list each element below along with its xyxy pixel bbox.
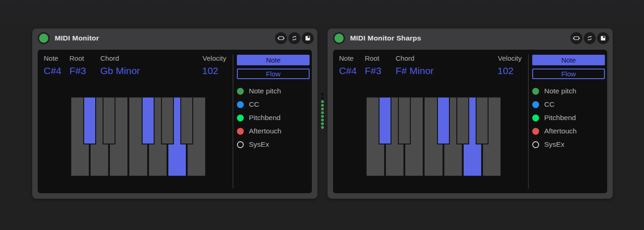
root-label: Root — [69, 54, 86, 63]
titlebar-icon-group — [570, 32, 609, 44]
legend-label: SysEx — [544, 140, 564, 149]
chord-label: Chord — [100, 54, 140, 63]
save-icon[interactable] — [597, 32, 609, 44]
velocity-field: Velocity 102 — [489, 54, 522, 76]
titlebar-icon-group — [275, 32, 314, 44]
legend-item-cc: CC — [532, 101, 577, 108]
note-label: Note — [339, 54, 357, 63]
note-pitch-dot — [237, 88, 244, 95]
device-activate-led[interactable] — [39, 34, 48, 43]
device-panel: Note C#4 Root F#3 Chord Gb Minor Velocit… — [38, 50, 312, 193]
sysex-dot — [532, 141, 539, 148]
tab-note[interactable]: Note — [532, 55, 605, 65]
message-type-legend: Note pitch CC Pitchbend Aftertouch SysEx — [532, 87, 577, 148]
meter-dot — [321, 93, 324, 96]
chord-keyboard — [70, 97, 206, 177]
tab-note[interactable]: Note — [237, 55, 310, 65]
legend-item-pitchbend: Pitchbend — [532, 114, 577, 121]
velocity-field: Velocity 102 — [194, 54, 226, 76]
key-d-sharp[interactable] — [398, 97, 411, 144]
root-value: F#3 — [69, 65, 86, 76]
device-activate-led[interactable] — [334, 34, 344, 43]
aftertouch-dot — [532, 128, 539, 135]
hot-swap-icon[interactable] — [584, 32, 596, 44]
legend-label: Aftertouch — [249, 127, 282, 135]
legend-label: Aftertouch — [544, 127, 577, 135]
velocity-value: 102 — [489, 65, 522, 76]
legend-item-pitchbend: Pitchbend — [237, 114, 282, 121]
message-type-legend: Note pitch CC Pitchbend Aftertouch SysEx — [237, 87, 282, 148]
note-pitch-dot — [532, 88, 539, 95]
root-value: F#3 — [365, 65, 381, 76]
legend-label: Pitchbend — [544, 114, 576, 122]
device-title: MIDI Monitor — [55, 34, 275, 42]
key-c-sharp[interactable] — [83, 97, 96, 144]
note-field: Note C#4 — [339, 54, 357, 76]
panel-divider — [233, 54, 233, 189]
aftertouch-dot — [237, 128, 244, 135]
note-value: C#4 — [339, 65, 357, 76]
device-midi-monitor-sharps: MIDI Monitor Sharps — [328, 29, 613, 199]
legend-label: CC — [544, 100, 554, 109]
legend-item-note-pitch: Note pitch — [532, 87, 577, 95]
hot-swap-icon[interactable] — [288, 32, 300, 44]
key-d-sharp[interactable] — [103, 97, 115, 144]
max-editor-icon[interactable] — [275, 32, 287, 44]
chord-label: Chord — [396, 54, 434, 63]
cc-dot — [532, 101, 539, 108]
velocity-value: 102 — [194, 65, 226, 76]
sysex-dot — [237, 141, 244, 148]
chord-field: Chord Gb Minor — [100, 54, 140, 76]
legend-label: Pitchbend — [249, 114, 281, 122]
device-midi-monitor: MIDI Monitor — [32, 29, 317, 199]
panel-divider — [528, 54, 529, 189]
legend-item-aftertouch: Aftertouch — [237, 127, 282, 135]
device-panel: Note C#4 Root F#3 Chord F# Minor Velocit… — [333, 50, 607, 193]
key-f-sharp[interactable] — [142, 97, 155, 144]
meter-dot — [321, 115, 324, 118]
chord-value: Gb Minor — [100, 65, 140, 76]
root-field: Root F#3 — [69, 54, 86, 76]
velocity-label: Velocity — [194, 54, 226, 63]
chord-keyboard — [366, 97, 501, 177]
meter-dot — [321, 100, 324, 103]
pitchbend-dot — [237, 115, 244, 121]
legend-label: SysEx — [249, 140, 269, 149]
tab-flow[interactable]: Flow — [237, 69, 310, 79]
key-a-sharp[interactable] — [476, 97, 489, 144]
key-f-sharp[interactable] — [437, 97, 450, 144]
chord-field: Chord F# Minor — [396, 54, 434, 76]
legend-item-aftertouch: Aftertouch — [532, 127, 577, 135]
key-g-sharp[interactable] — [161, 97, 174, 144]
midi-activity-meter — [321, 93, 324, 129]
note-label: Note — [44, 54, 62, 63]
save-icon[interactable] — [302, 32, 314, 44]
chord-value: F# Minor — [396, 65, 434, 76]
meter-dot — [321, 97, 324, 99]
legend-item-cc: CC — [237, 101, 282, 108]
note-field: Note C#4 — [44, 54, 62, 76]
key-a-sharp[interactable] — [180, 97, 193, 144]
device-title: MIDI Monitor Sharps — [350, 34, 570, 42]
legend-label: CC — [249, 100, 259, 109]
device-titlebar: MIDI Monitor — [32, 29, 317, 48]
meter-dot — [321, 126, 324, 129]
legend-item-sysex: SysEx — [237, 141, 282, 148]
meter-dot — [321, 119, 324, 121]
meter-dot — [321, 122, 324, 125]
root-label: Root — [365, 54, 381, 63]
velocity-label: Velocity — [489, 54, 522, 63]
root-field: Root F#3 — [365, 54, 381, 76]
device-titlebar: MIDI Monitor Sharps — [328, 29, 613, 48]
meter-dot — [321, 104, 324, 107]
legend-item-note-pitch: Note pitch — [237, 87, 282, 95]
cc-dot — [237, 101, 244, 108]
legend-label: Note pitch — [249, 87, 281, 95]
meter-dot — [321, 108, 324, 110]
meter-dot — [321, 111, 324, 114]
key-c-sharp[interactable] — [379, 97, 391, 144]
pitchbend-dot — [532, 115, 539, 121]
max-editor-icon[interactable] — [570, 32, 582, 44]
key-g-sharp[interactable] — [456, 97, 469, 144]
tab-flow[interactable]: Flow — [532, 69, 605, 79]
